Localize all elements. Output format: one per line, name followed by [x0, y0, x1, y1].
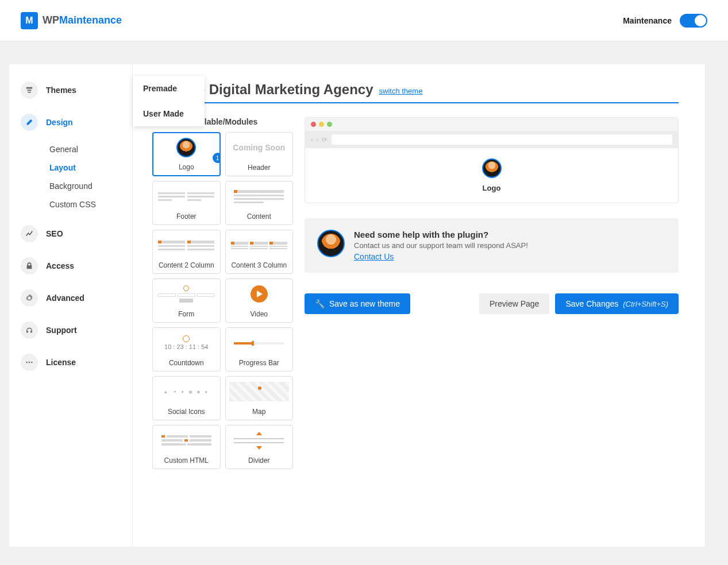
sidebar-item-themes[interactable]: Themes: [9, 76, 132, 105]
window-min-icon: [319, 122, 324, 127]
gear-icon: [21, 289, 38, 307]
module-label: Form: [153, 309, 220, 322]
headset-icon: [21, 322, 38, 339]
chart-icon: [21, 225, 38, 242]
pencil-icon: [21, 114, 38, 131]
module-preview: [226, 377, 293, 407]
module-preview: ▲ ✦ ♦ ◉ ■ ●: [153, 377, 220, 407]
dots-icon: [21, 354, 38, 371]
module-preview: [153, 133, 219, 162]
module-preview: 10 : 23 : 11 : 54: [153, 328, 220, 358]
sidebar-label: Themes: [46, 86, 76, 95]
sidebar-sub-customcss[interactable]: Custom CSS: [9, 195, 132, 214]
module-content[interactable]: Content: [225, 181, 294, 225]
module-preview: [226, 279, 293, 309]
module-label: Countdown: [153, 358, 220, 371]
module-header[interactable]: Coming Soon Header: [225, 132, 294, 176]
module-preview: [153, 181, 220, 211]
brush-icon: [21, 82, 38, 99]
module-custom-html[interactable]: Custom HTML: [152, 425, 221, 469]
modules-grid: Logo 1 Coming Soon Header Footer: [152, 132, 293, 469]
module-preview: [226, 230, 293, 260]
sidebar-item-seo[interactable]: SEO: [9, 219, 132, 248]
module-label: Map: [226, 407, 293, 420]
sidebar-label: Access: [46, 261, 74, 270]
module-divider[interactable]: Divider: [225, 425, 294, 469]
preview-browser: ‹›⟳ Logo: [305, 117, 679, 203]
module-label: Progress Bar: [226, 358, 293, 371]
contact-us-link[interactable]: Contact Us: [354, 252, 394, 261]
module-preview: Coming Soon: [226, 133, 293, 162]
actions-row: 🔧 Save as new theme Preview Page Save Ch…: [305, 293, 679, 314]
module-logo[interactable]: Logo 1: [152, 132, 221, 176]
module-social[interactable]: ▲ ✦ ♦ ◉ ■ ● Social Icons: [152, 376, 221, 420]
module-preview: [153, 279, 220, 309]
module-label: Footer: [153, 211, 220, 225]
sidebar-label: Support: [46, 326, 77, 335]
module-preview: [153, 230, 220, 260]
module-preview: [226, 425, 293, 455]
module-footer[interactable]: Footer: [152, 181, 221, 225]
map-icon: [229, 382, 289, 401]
module-label: Content: [226, 211, 293, 225]
help-box: Need some help with the plugin? Contact …: [305, 218, 679, 273]
module-label: Divider: [226, 455, 293, 469]
button-label: Save Changes: [565, 299, 618, 308]
module-countdown[interactable]: 10 : 23 : 11 : 54 Countdown: [152, 327, 221, 371]
module-label: Social Icons: [153, 407, 220, 420]
preview-canvas[interactable]: Logo: [305, 148, 678, 203]
svg-point-0: [26, 362, 28, 363]
svg-point-1: [29, 362, 30, 363]
module-map[interactable]: Map: [225, 376, 294, 420]
module-content2[interactable]: Content 2 Column: [152, 230, 221, 274]
main-container: Premade User Made Themes Design General …: [0, 41, 728, 565]
module-video[interactable]: Video: [225, 278, 294, 323]
browser-url-input[interactable]: [332, 134, 672, 145]
button-label: Save as new theme: [329, 299, 400, 308]
module-label: Custom HTML: [153, 455, 220, 469]
brand-logo[interactable]: M WPMaintenance: [21, 12, 122, 29]
module-label: Logo: [153, 162, 219, 175]
right-column: ‹›⟳ Logo Need some help with the plugin?: [305, 117, 679, 469]
switch-theme-link[interactable]: switch theme: [379, 87, 423, 95]
sidebar-item-access[interactable]: Access: [9, 251, 132, 280]
themes-flyout: Premade User Made: [133, 76, 205, 126]
maintenance-toggle[interactable]: [680, 14, 707, 28]
save-changes-button[interactable]: Save Changes (Ctrl+Shift+S): [555, 293, 679, 314]
module-preview: [226, 328, 293, 358]
sidebar-label: SEO: [46, 229, 63, 238]
flyout-item-usermade[interactable]: User Made: [133, 101, 205, 126]
reload-icon: ⟳: [322, 136, 327, 144]
sidebar-label: Advanced: [46, 293, 84, 303]
forward-icon: ›: [317, 136, 319, 144]
module-label: Content 2 Column: [153, 260, 220, 273]
module-content3[interactable]: Content 3 Column: [225, 230, 294, 274]
module-progress[interactable]: Progress Bar: [225, 327, 294, 371]
preview-logo-avatar: [482, 158, 502, 178]
sidebar-sub-background[interactable]: Background: [9, 177, 132, 195]
module-badge: 1: [213, 153, 221, 163]
sidebar-label: Design: [46, 118, 73, 127]
main-panel: Premade User Made Themes Design General …: [9, 64, 705, 547]
save-as-new-theme-button[interactable]: 🔧 Save as new theme: [305, 293, 410, 314]
module-preview: [226, 181, 293, 211]
help-desc: Contact us and our support team will res…: [354, 241, 666, 250]
sidebar-item-license[interactable]: License: [9, 348, 132, 377]
sidebar-item-advanced[interactable]: Advanced: [9, 284, 132, 312]
sidebar-item-support[interactable]: Support: [9, 316, 132, 345]
module-label: Header: [226, 162, 293, 176]
flyout-item-premade[interactable]: Premade: [133, 76, 205, 101]
window-close-icon: [311, 122, 316, 127]
module-preview: [153, 425, 220, 455]
module-label: Video: [226, 309, 293, 322]
sidebar-sub-layout[interactable]: Layout: [9, 158, 132, 177]
sidebar-sub-general[interactable]: General: [9, 140, 132, 158]
browser-chrome-top: [305, 118, 678, 131]
module-form[interactable]: Form: [152, 278, 221, 323]
help-title: Need some help with the plugin?: [354, 230, 666, 239]
sidebar-design-sublist: General Layout Background Custom CSS: [9, 140, 132, 214]
sidebar-item-design[interactable]: Design: [9, 108, 132, 137]
preview-page-button[interactable]: Preview Page: [479, 293, 549, 314]
coming-soon-text: Coming Soon: [233, 143, 285, 152]
brand-rest: Maintenance: [59, 14, 122, 26]
